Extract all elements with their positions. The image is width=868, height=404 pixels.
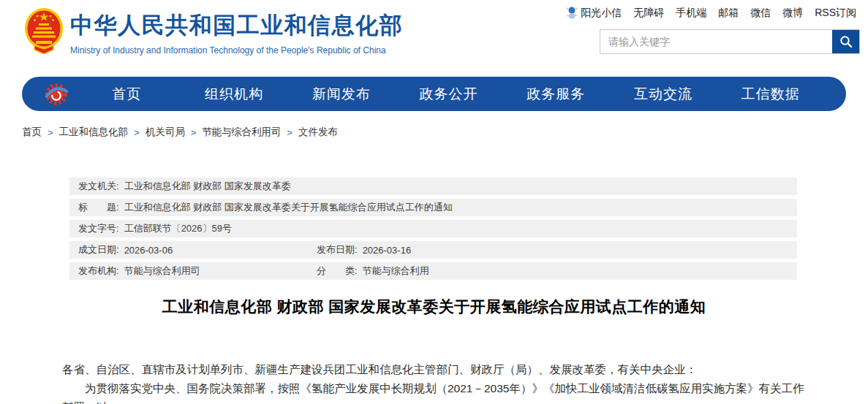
search-button[interactable] [832, 30, 859, 53]
search-bar [600, 29, 860, 54]
quick-link-rss[interactable]: RSS订阅 [815, 7, 856, 20]
meta-value: 节能与综合利用司 [124, 264, 200, 278]
article-salutation: 各省、自治区、直辖市及计划单列市、新疆生产建设兵团工业和信息化主管部门、财政厅（… [62, 360, 809, 379]
ministry-title-en: Ministry of Industry and Information Tec… [70, 45, 403, 56]
breadcrumb-item-departments[interactable]: 机关司局 [146, 126, 185, 139]
quick-link-label: 微博 [782, 7, 803, 20]
breadcrumb-item-energy-dept[interactable]: 节能与综合利用司 [202, 126, 281, 139]
meta-row-publisher-category: 发布机构: 节能与综合利用司 分 类: 节能与综合利用 [69, 262, 797, 280]
meta-value: 节能与综合利用 [363, 264, 429, 278]
meta-value: 工业和信息化部 财政部 国家发展改革委关于开展氢能综合应用试点工作的通知 [124, 201, 453, 214]
national-emblem-icon [23, 6, 64, 54]
ministry-title-block: 中华人民共和国工业和信息化部 Ministry of Industry and … [70, 6, 403, 56]
sunshine-mascot-icon [566, 7, 578, 20]
nav-item-miit-data[interactable]: 工信数据 [717, 85, 824, 104]
quick-link-label: RSS订阅 [815, 7, 856, 20]
meta-row-issuing-agency: 发文机关: 工业和信息化部 财政部 国家发展改革委 [69, 178, 797, 195]
nav-item-organization[interactable]: 组织机构 [181, 85, 288, 104]
meta-label: 发布机构: [78, 264, 119, 278]
nav-items: 首页 组织机构 新闻发布 政务公开 政务服务 互动交流 工信数据 [73, 85, 824, 104]
article-body: 各省、自治区、直辖市及计划单列市、新疆生产建设兵团工业和信息化主管部门、财政厅（… [62, 360, 809, 404]
breadcrumb-separator: > [287, 127, 293, 138]
nav-item-news[interactable]: 新闻发布 [287, 85, 395, 104]
meta-cell: 分 类: 节能与综合利用 [317, 264, 429, 278]
breadcrumb-separator: > [48, 127, 53, 138]
quick-link-label: 无障碍 [633, 7, 664, 20]
meta-label: 发布日期: [317, 243, 358, 256]
meta-row-title: 标 题: 工业和信息化部 财政部 国家发展改革委关于开展氢能综合应用试点工作的通… [69, 199, 797, 216]
search-input[interactable] [600, 30, 832, 53]
nav-item-interaction[interactable]: 互动交流 [610, 85, 717, 104]
meta-label: 发文机关: [78, 180, 119, 193]
breadcrumb-separator: > [134, 127, 140, 138]
nav-item-home[interactable]: 首页 [73, 85, 181, 104]
meta-cell: 成文日期: 2026-03-06 [78, 243, 317, 256]
breadcrumb-item-home[interactable]: 首页 [22, 126, 42, 139]
article-title: 工业和信息化部 财政部 国家发展改革委关于开展氢能综合应用试点工作的通知 [29, 297, 839, 317]
breadcrumb-item-miit[interactable]: 工业和信息化部 [59, 126, 129, 139]
ministry-title-cn: 中华人民共和国工业和信息化部 [70, 10, 403, 41]
quick-links: 阳光小信 无障碍 手机端 邮箱 微信 微博 RSS订阅 [566, 7, 856, 20]
quick-link-label: 阳光小信 [581, 7, 622, 20]
breadcrumb-separator: > [191, 127, 197, 138]
quick-link-weibo[interactable]: 微博 [782, 7, 803, 20]
meta-label: 成文日期: [78, 243, 119, 256]
header-brand-link[interactable]: 中华人民共和国工业和信息化部 Ministry of Industry and … [23, 6, 403, 56]
meta-label: 标 题: [78, 201, 119, 214]
meta-cell: 发布机构: 节能与综合利用司 [78, 264, 317, 278]
document-meta-table: 发文机关: 工业和信息化部 财政部 国家发展改革委 标 题: 工业和信息化部 财… [69, 178, 797, 283]
quick-link-accessibility[interactable]: 无障碍 [633, 7, 664, 20]
meta-row-dates: 成文日期: 2026-03-06 发布日期: 2026-03-16 [69, 241, 797, 259]
miit-logo-icon[interactable] [44, 82, 69, 107]
meta-label: 发文字号: [78, 222, 119, 235]
breadcrumb-item-documents[interactable]: 文件发布 [298, 126, 338, 139]
article-paragraph: 为贯彻落实党中央、国务院决策部署，按照《氢能产业发展中长期规划（2021－203… [62, 379, 809, 404]
quick-link-label: 微信 [750, 7, 771, 20]
meta-value: 2026-03-16 [363, 245, 412, 256]
main-nav: 首页 组织机构 新闻发布 政务公开 政务服务 互动交流 工信数据 [22, 77, 846, 111]
nav-item-gov-disclosure[interactable]: 政务公开 [395, 85, 502, 104]
quick-link-mobile[interactable]: 手机端 [676, 7, 706, 20]
meta-value: 工业和信息化部 财政部 国家发展改革委 [124, 180, 291, 193]
quick-link-label: 手机端 [676, 7, 706, 20]
search-icon [839, 35, 853, 48]
meta-cell: 标 题: 工业和信息化部 财政部 国家发展改革委关于开展氢能综合应用试点工作的通… [78, 201, 453, 214]
meta-cell: 发文字号: 工信部联节〔2026〕59号 [78, 222, 232, 235]
page: 中华人民共和国工业和信息化部 Ministry of Industry and … [0, 0, 868, 404]
meta-row-doc-number: 发文字号: 工信部联节〔2026〕59号 [69, 220, 797, 237]
quick-link-sunshine[interactable]: 阳光小信 [566, 7, 622, 20]
meta-cell: 发布日期: 2026-03-16 [317, 243, 411, 256]
meta-label: 分 类: [317, 264, 358, 278]
quick-link-wechat[interactable]: 微信 [750, 7, 771, 20]
meta-value: 2026-03-06 [124, 245, 173, 256]
nav-item-gov-services[interactable]: 政务服务 [502, 85, 610, 104]
meta-value: 工信部联节〔2026〕59号 [124, 222, 232, 235]
breadcrumb: 首页 > 工业和信息化部 > 机关司局 > 节能与综合利用司 > 文件发布 [22, 126, 338, 139]
quick-link-label: 邮箱 [718, 7, 739, 20]
meta-cell: 发文机关: 工业和信息化部 财政部 国家发展改革委 [78, 180, 291, 193]
quick-link-mail[interactable]: 邮箱 [718, 7, 739, 20]
